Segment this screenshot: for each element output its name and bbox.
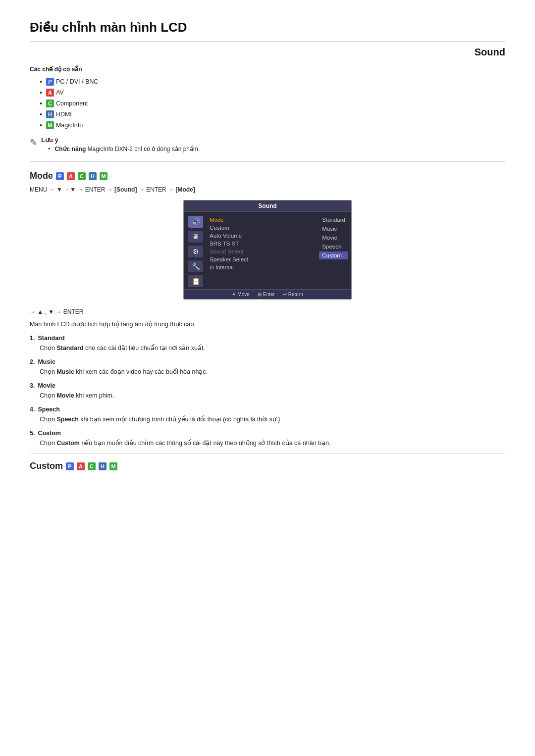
osd-footer-enter: ⊞ Enter	[258, 292, 275, 297]
list-item-custom: 5. Custom Chọn Custom nếu bạn muốn điều …	[30, 430, 505, 447]
osd-icon-info: 📋	[188, 275, 203, 287]
custom-badge-c: C	[88, 462, 96, 470]
badge-a: A	[46, 89, 54, 97]
mode-badge-c: C	[78, 172, 86, 180]
osd-footer-return: ↩ Return	[283, 292, 303, 297]
osd-menu-soundselect: Sound Select	[208, 248, 316, 255]
enter-label: Enter	[263, 292, 275, 297]
list-item-standard: 1. Standard Chọn Standard cho các cài đặ…	[30, 335, 505, 352]
item-num-5: 5.	[30, 430, 35, 437]
list-item: A AV	[40, 89, 505, 97]
list-item: C Component	[40, 100, 505, 107]
osd-icon-settings: ⚙	[188, 246, 203, 257]
list-item: P PC / DVI / BNC	[40, 78, 505, 86]
item-desc-music: Chọn Music khi xem các đoạn video hay cá…	[40, 368, 505, 375]
item-title-movie: Movie	[38, 382, 55, 389]
mode-badge-p: P	[56, 172, 64, 180]
return-label: Return	[288, 292, 303, 297]
custom-badge-p: P	[66, 462, 74, 470]
return-icon: ↩	[283, 292, 287, 297]
sound-label: Sound	[30, 47, 505, 58]
item-desc-speech: Chọn Speech khi bạn xem một chương trình…	[40, 415, 505, 423]
list-item: M MagicInfo	[40, 121, 505, 129]
move-label: Move	[237, 292, 249, 297]
mode-badge-m: M	[100, 172, 107, 180]
divider-1	[30, 161, 505, 162]
list-item: H HDMI	[40, 110, 505, 118]
osd-footer: ✦ Move ⊞ Enter ↩ Return	[184, 289, 351, 299]
osd-submenu: Standard Music Movie Speech Custom	[319, 216, 348, 287]
list-item-speech: 4. Speech Chọn Speech khi bạn xem một ch…	[30, 406, 505, 423]
mode-section-header: Mode P A C H M	[30, 171, 505, 181]
page-title: Điều chỉnh màn hình LCD	[30, 20, 505, 42]
note-icon: ✎	[30, 137, 37, 148]
custom-badge-m: M	[109, 462, 117, 470]
item-desc-movie: Chọn Movie khi xem phim.	[40, 392, 505, 399]
item-num-4: 4.	[30, 406, 35, 413]
mode-av-label: AV	[56, 89, 64, 96]
numbered-list: 1. Standard Chọn Standard cho các cài đặ…	[30, 335, 505, 447]
badge-h: H	[46, 110, 54, 118]
item-num-1: 1.	[30, 335, 35, 342]
osd-box: Sound 🔊 🖥 ⚙ 🔧 📋 Mode Custom Auto Volume …	[183, 200, 352, 300]
osd-menu-mode: Mode	[208, 216, 316, 224]
item-desc-standard: Chọn Standard cho các cài đặt tiêu chuẩn…	[40, 344, 505, 352]
note-sub-item: Chức năng MagicInfo DXN-2 chỉ có ở dòng …	[48, 146, 200, 152]
note-box: ✎ Lưu ý Chức năng MagicInfo DXN-2 chỉ có…	[30, 136, 505, 152]
osd-sub-custom: Custom	[319, 252, 348, 259]
osd-menu-list: Mode Custom Auto Volume SRS TS XT Sound …	[208, 216, 316, 287]
enter-icon: ⊞	[258, 292, 262, 297]
custom-header: Custom P A C H M	[30, 461, 505, 471]
available-modes-list: P PC / DVI / BNC A AV C Component H HDMI…	[30, 78, 505, 129]
osd-speaker-line: ⊙ Internal	[208, 263, 316, 272]
mode-pc-label: PC / DVI / BNC	[56, 78, 98, 85]
mode-description: Màn hình LCD được tích hợp bộ tăng âm độ…	[30, 320, 505, 328]
mode-badge-h: H	[89, 172, 97, 180]
badge-c: C	[46, 100, 54, 107]
osd-menu-srs: SRS TS XT	[208, 240, 316, 248]
move-icon: ✦	[232, 292, 236, 297]
osd-icon-sound: 🔊	[188, 216, 203, 228]
custom-title: Custom	[30, 461, 63, 471]
osd-icons-column: 🔊 🖥 ⚙ 🔧 📋	[187, 216, 205, 287]
item-num-2: 2.	[30, 358, 35, 365]
osd-menu-autovolume: Auto Volume	[208, 232, 316, 240]
custom-section: Custom P A C H M	[30, 454, 505, 471]
list-item-music: 2. Music Chọn Music khi xem các đoạn vid…	[30, 358, 505, 375]
osd-container: Sound 🔊 🖥 ⚙ 🔧 📋 Mode Custom Auto Volume …	[30, 200, 505, 300]
available-modes-title: Các chế độ có sẵn	[30, 66, 505, 73]
custom-badges: P A C H M	[66, 462, 119, 470]
note-label: Lưu ý	[41, 136, 58, 144]
item-desc-custom: Chọn Custom nếu bạn muốn điều chỉnh các …	[40, 439, 505, 447]
mode-magicinfo-label: MagicInfo	[56, 122, 83, 129]
osd-sub-movie: Movie	[319, 234, 348, 242]
item-num-3: 3.	[30, 382, 35, 389]
arrow-enter-line: → ▲ , ▼ → ENTER	[30, 308, 505, 315]
badge-p: P	[46, 78, 54, 86]
osd-sub-standard: Standard	[319, 216, 348, 224]
item-title-custom: Custom	[38, 430, 61, 437]
osd-icon-tools: 🔧	[188, 260, 203, 272]
osd-menu-speakerselect: Speaker Select	[208, 255, 316, 263]
osd-footer-move: ✦ Move	[232, 292, 249, 297]
note-sub-list: Chức năng MagicInfo DXN-2 chỉ có ở dòng …	[41, 146, 200, 152]
note-content: Lưu ý Chức năng MagicInfo DXN-2 chỉ có ở…	[41, 136, 200, 152]
custom-badge-h: H	[99, 462, 107, 470]
osd-icon-screen: 🖥	[188, 231, 203, 243]
item-title-speech: Speech	[38, 406, 59, 413]
osd-sub-music: Music	[319, 225, 348, 233]
badge-m: M	[46, 121, 54, 129]
mode-title: Mode	[30, 171, 53, 181]
item-title-standard: Standard	[38, 335, 64, 342]
mode-badge-a: A	[67, 172, 75, 180]
osd-sub-speech: Speech	[319, 243, 348, 251]
mode-badges: P A C H M	[56, 172, 109, 180]
osd-title-bar: Sound	[184, 201, 351, 212]
custom-badge-a: A	[77, 462, 85, 470]
mode-component-label: Component	[56, 100, 88, 107]
mode-hdmi-label: HDMI	[56, 111, 72, 118]
osd-body: 🔊 🖥 ⚙ 🔧 📋 Mode Custom Auto Volume SRS TS…	[184, 212, 351, 289]
menu-path: MENU → ▼ →▼ → ENTER → [Sound] → ENTER → …	[30, 186, 505, 193]
osd-menu-custom: Custom	[208, 224, 316, 232]
item-title-music: Music	[38, 358, 55, 365]
